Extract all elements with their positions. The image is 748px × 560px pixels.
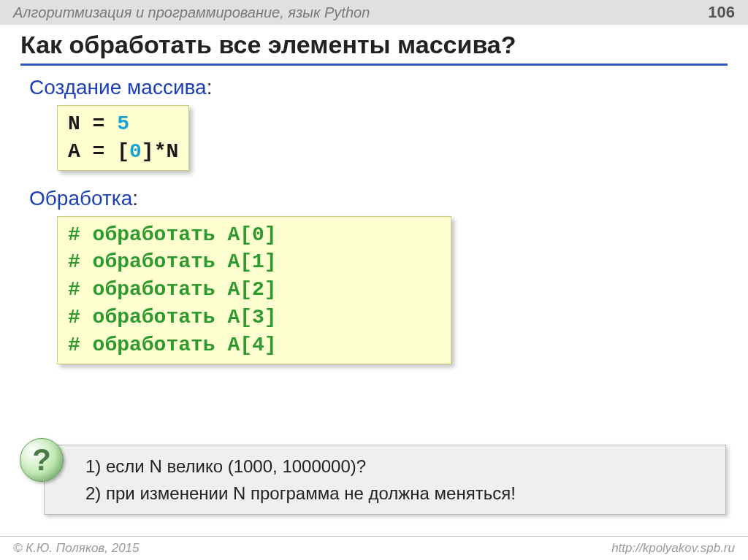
code-line: A = [0]*N xyxy=(68,138,178,166)
header-subject: Алгоритмизация и программирование, язык … xyxy=(13,4,370,21)
code-line: N = 5 xyxy=(68,110,178,138)
footer-copyright: © К.Ю. Поляков, 2015 xyxy=(13,541,140,556)
question-callout: ? 1) если N велико (1000, 1000000)? 2) п… xyxy=(44,445,726,515)
code-line: # обработать A[0] xyxy=(68,221,440,249)
page-title: Как обработать все элементы массива? xyxy=(20,31,728,66)
code-block-process: # обработать A[0] # обработать A[1] # об… xyxy=(57,216,451,364)
section-heading-create: Создание массива: xyxy=(29,76,719,99)
slide: Алгоритмизация и программирование, язык … xyxy=(0,0,748,560)
question-line: 1) если N велико (1000, 1000000)? xyxy=(85,453,714,480)
code-line: # обработать A[1] xyxy=(68,248,440,276)
page-number: 106 xyxy=(708,3,735,22)
header-bar: Алгоритмизация и программирование, язык … xyxy=(0,0,748,25)
section-heading-process: Обработка: xyxy=(29,187,719,210)
code-line: # обработать A[4] xyxy=(68,331,440,359)
question-icon: ? xyxy=(20,438,64,482)
code-line: # обработать A[2] xyxy=(68,276,440,304)
code-line: # обработать A[3] xyxy=(68,304,440,331)
code-block-create: N = 5 A = [0]*N xyxy=(57,105,189,171)
question-line: 2) при изменении N программа не должна м… xyxy=(85,480,714,507)
footer-bar: © К.Ю. Поляков, 2015 http://kpolyakov.sp… xyxy=(0,536,748,560)
footer-url: http://kpolyakov.spb.ru xyxy=(611,541,735,556)
content-area: Создание массива: N = 5 A = [0]*N Обрабо… xyxy=(0,66,748,364)
